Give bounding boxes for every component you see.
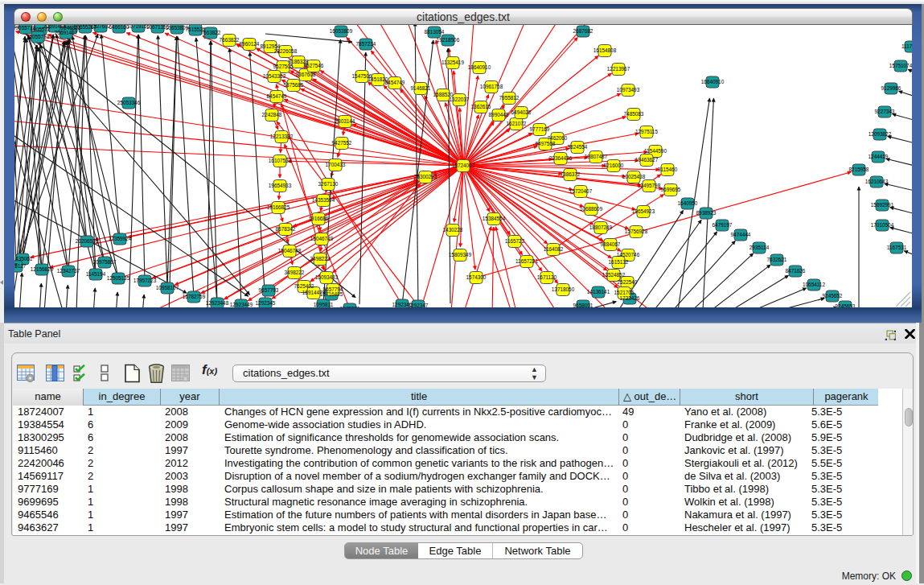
svg-text:19218506: 19218506: [437, 37, 460, 43]
svg-text:7632621: 7632621: [767, 257, 787, 262]
svg-text:14520746: 14520746: [617, 252, 640, 257]
svg-text:12923449: 12923449: [230, 302, 253, 307]
svg-text:5875685: 5875685: [284, 82, 304, 88]
svg-text:23226058: 23226058: [274, 48, 298, 54]
svg-text:12342737: 12342737: [57, 268, 80, 274]
svg-text:8960124: 8960124: [240, 41, 260, 47]
svg-text:1678276: 1678276: [340, 306, 360, 307]
svg-text:17359924: 17359924: [109, 236, 132, 241]
svg-text:19166825: 19166825: [267, 204, 290, 210]
svg-text:14353594: 14353594: [312, 197, 335, 203]
svg-text:13495798: 13495798: [638, 183, 661, 188]
svg-text:7485083: 7485083: [624, 111, 644, 117]
svg-text:9474444: 9474444: [731, 232, 751, 237]
svg-text:3498223: 3498223: [310, 256, 331, 262]
svg-text:20206536: 20206536: [76, 238, 99, 244]
svg-text:12213967: 12213967: [607, 66, 630, 72]
svg-text:8938923: 8938923: [696, 210, 717, 216]
svg-text:18807249: 18807249: [589, 225, 613, 230]
svg-text:16093483: 16093483: [315, 274, 339, 280]
svg-text:12055713: 12055713: [27, 34, 50, 39]
svg-text:3267130: 3267130: [318, 181, 339, 187]
svg-text:9146821: 9146821: [411, 85, 431, 91]
svg-text:20364436: 20364436: [549, 155, 573, 161]
svg-text:12975115: 12975115: [635, 129, 658, 134]
svg-text:15751074: 15751074: [889, 63, 912, 68]
svg-text:20975867: 20975867: [93, 259, 117, 265]
svg-text:1521705: 1521705: [614, 290, 634, 295]
svg-text:9699695: 9699695: [661, 187, 681, 192]
svg-text:8454749: 8454749: [267, 93, 287, 99]
svg-text:9115460: 9115460: [658, 167, 678, 172]
svg-text:1244419: 1244419: [869, 154, 889, 159]
svg-text:9658001: 9658001: [573, 303, 593, 307]
svg-text:10543362: 10543362: [263, 73, 286, 79]
svg-text:7462060: 7462060: [548, 135, 568, 141]
svg-text:7663822: 7663822: [220, 37, 240, 43]
svg-text:8471626: 8471626: [786, 268, 806, 274]
svg-text:1527602: 1527602: [91, 25, 111, 29]
svg-text:9527505: 9527505: [273, 64, 294, 69]
svg-text:12505135: 12505135: [107, 275, 130, 281]
svg-text:9245653: 9245653: [836, 303, 856, 307]
svg-text:2935114: 2935114: [749, 245, 770, 250]
svg-text:16154808: 16154808: [593, 47, 617, 53]
svg-text:10025438: 10025438: [622, 174, 646, 179]
svg-text:25053346: 25053346: [117, 100, 141, 105]
svg-text:1164082: 1164082: [544, 246, 564, 252]
svg-text:1451820: 1451820: [368, 76, 388, 82]
svg-text:1095811: 1095811: [314, 302, 334, 307]
svg-text:15046749: 15046749: [310, 236, 334, 241]
svg-text:16640910: 16640910: [701, 79, 725, 84]
svg-text:9657794: 9657794: [323, 286, 343, 292]
svg-text:9657793: 9657793: [259, 287, 279, 293]
svg-text:2803144: 2803144: [335, 118, 355, 124]
svg-text:18640910: 18640910: [468, 64, 491, 70]
svg-text:6479197: 6479197: [713, 222, 733, 228]
svg-text:2522540: 2522540: [618, 279, 638, 285]
svg-text:12156829: 12156829: [31, 266, 54, 272]
svg-text:13524852: 13524852: [602, 272, 626, 278]
svg-text:25300293: 25300293: [414, 174, 437, 179]
svg-text:15384554: 15384554: [483, 216, 506, 221]
svg-text:9884067: 9884067: [601, 241, 621, 247]
svg-text:12093822: 12093822: [869, 131, 892, 137]
svg-text:1322037: 1322037: [450, 97, 470, 102]
svg-text:7663822: 7663822: [201, 30, 221, 35]
svg-text:15809349: 15809349: [449, 252, 472, 257]
svg-text:19463627: 19463627: [635, 157, 659, 163]
svg-text:10958107: 10958107: [156, 285, 179, 290]
svg-text:20691407: 20691407: [55, 30, 78, 35]
svg-text:1145194: 1145194: [86, 271, 106, 277]
svg-text:15046748: 15046748: [278, 248, 302, 253]
svg-text:3498222: 3498222: [285, 270, 305, 275]
svg-text:1430228: 1430228: [443, 227, 463, 233]
svg-text:17957223: 17957223: [133, 278, 157, 283]
svg-text:11657221: 11657221: [515, 258, 538, 264]
svg-text:3824554: 3824554: [568, 144, 588, 150]
svg-text:7955812: 7955812: [499, 95, 519, 101]
svg-text:2687682: 2687682: [573, 28, 593, 34]
svg-text:18724007: 18724007: [452, 163, 475, 168]
svg-text:1733426: 1733426: [620, 295, 640, 301]
svg-text:9527546: 9527546: [304, 63, 324, 68]
svg-text:8990448: 8990448: [489, 112, 509, 117]
svg-text:12923448: 12923448: [206, 300, 229, 306]
svg-text:10807487: 10807487: [585, 154, 608, 159]
svg-text:6497568: 6497568: [536, 141, 556, 146]
svg-text:19654923: 19654923: [632, 208, 655, 214]
svg-text:1916686: 1916686: [309, 216, 329, 221]
svg-text:1167531: 1167531: [887, 245, 907, 250]
svg-text:11544590: 11544590: [644, 148, 667, 154]
svg-text:8813054: 8813054: [425, 29, 445, 35]
svg-text:15756928: 15756928: [625, 229, 648, 234]
svg-text:1362615: 1362615: [471, 104, 491, 109]
svg-text:1292347: 1292347: [409, 303, 429, 307]
svg-text:9245652: 9245652: [823, 293, 843, 299]
svg-text:19654933: 19654933: [269, 183, 292, 188]
svg-text:1165722: 1165722: [505, 238, 525, 244]
svg-text:16914479: 16914479: [302, 290, 326, 295]
svg-text:9227343: 9227343: [875, 109, 895, 114]
svg-text:17010504: 17010504: [871, 222, 894, 228]
svg-text:1292345: 1292345: [256, 300, 276, 306]
